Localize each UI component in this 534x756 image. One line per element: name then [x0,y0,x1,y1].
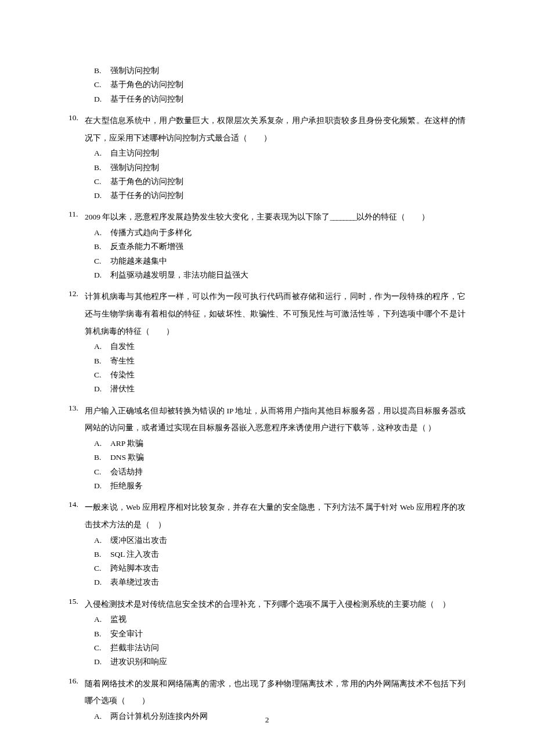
option-label: B. [94,354,110,368]
option-item: B.反查杀能力不断增强 [94,240,466,254]
option-label: A. [94,437,110,451]
option-item: C.基于角色的访问控制 [94,175,466,189]
option-text: 拒绝服务 [110,481,143,490]
option-label: C. [94,175,110,189]
option-list: A.自发性 B.寄生性 C.传染性 D.潜伏性 [68,340,466,396]
option-label: C. [94,561,110,575]
question-number: 10. [68,112,85,124]
question-12: 12. 计算机病毒与其他程序一样，可以作为一段可执行代码而被存储和运行，同时，作… [68,288,466,396]
option-text: 基于角色的访问控制 [110,80,183,89]
option-text: 基于任务的访问控制 [110,95,183,103]
option-list: A.传播方式趋向于多样化 B.反查杀能力不断增强 C.功能越来越集中 D.利益驱… [68,226,466,282]
question-stem: 在大型信息系统中，用户数量巨大，权限层次关系复杂，用户承担职责较多且身份变化频繁… [85,112,466,146]
option-item: D.进攻识别和响应 [94,655,466,669]
question-stem: 一般来说，Web 应用程序相对比较复杂，并存在大量的安全隐患，下列方法不属于针对… [85,499,466,533]
question-15: 15. 入侵检测技术是对传统信息安全技术的合理补充，下列哪个选项不属于入侵检测系… [68,596,466,669]
question-13: 13. 用户输入正确域名但却被转换为错误的 IP 地址，从而将用户指向其他目标服… [68,402,466,494]
stem-after: 以外的特征（ ） [356,213,430,221]
option-label: B. [94,451,110,465]
question-number: 13. [68,402,85,414]
option-item: A.自发性 [94,340,466,354]
option-label: D. [94,189,110,203]
option-text: 寄生性 [110,357,135,365]
option-label: D. [94,479,110,493]
option-text: 强制访问控制 [110,66,159,75]
option-item: B.SQL 注入攻击 [94,548,466,561]
question-stem: 计算机病毒与其他程序一样，可以作为一段可执行代码而被存储和运行，同时，作为一段特… [85,288,466,340]
option-text: 进攻识别和响应 [110,657,167,666]
option-label: A. [94,146,110,160]
option-text: 跨站脚本攻击 [110,564,159,573]
previous-question-options: B.强制访问控制 C.基于角色的访问控制 D.基于任务的访问控制 [68,64,466,106]
question-14: 14. 一般来说，Web 应用程序相对比较复杂，并存在大量的安全隐患，下列方法不… [68,499,466,590]
option-text: 自主访问控制 [110,149,159,157]
question-stem: 2009 年以来，恶意程序发展趋势发生较大变化，主要表现为以下除了_______… [85,208,466,226]
question-stem: 用户输入正确域名但却被转换为错误的 IP 地址，从而将用户指向其他目标服务器，用… [85,402,466,437]
option-label: A. [94,226,110,240]
question-stem: 随着网络技术的发展和网络隔离的需求，也出现了多种物理隔离技术，常用的内外网隔离技… [85,675,466,710]
option-text: DNS 欺骗 [110,453,144,462]
option-item: C.基于角色的访问控制 [94,78,466,92]
option-label: D. [94,655,110,669]
option-text: 会话劫持 [110,467,143,476]
option-label: A. [94,534,110,548]
option-item: A.缓冲区溢出攻击 [94,534,466,548]
option-label: C. [94,641,110,655]
option-text: 功能越来越集中 [110,257,167,265]
question-list: 10. 在大型信息系统中，用户数量巨大，权限层次关系复杂，用户承担职责较多且身份… [68,112,466,723]
page-number: 2 [0,714,534,726]
option-label: B. [94,64,110,78]
option-label: B. [94,548,110,561]
option-text: 反查杀能力不断增强 [110,242,183,251]
option-label: D. [94,575,110,589]
option-item: A.自主访问控制 [94,146,466,160]
option-item: D.基于任务的访问控制 [94,92,466,106]
option-text: 安全审计 [110,629,143,638]
option-list: A.ARP 欺骗 B.DNS 欺骗 C.会话劫持 D.拒绝服务 [68,437,466,493]
question-stem: 入侵检测技术是对传统信息安全技术的合理补充，下列哪个选项不属于入侵检测系统的主要… [85,596,466,613]
option-item: B.强制访问控制 [94,64,466,78]
option-item: C.拦截非法访问 [94,641,466,655]
option-item: C.功能越来越集中 [94,254,466,268]
option-item: C.跨站脚本攻击 [94,561,466,575]
option-label: C. [94,78,110,92]
question-number: 14. [68,499,85,510]
option-label: A. [94,340,110,354]
option-item: D.潜伏性 [94,382,466,396]
option-label: C. [94,254,110,268]
option-text: ARP 欺骗 [110,439,143,448]
option-item: B.安全审计 [94,627,466,641]
option-item: A.监视 [94,613,466,627]
option-item: B.DNS 欺骗 [94,451,466,465]
option-item: B.寄生性 [94,354,466,368]
option-text: 潜伏性 [110,384,135,393]
option-item: D.基于任务的访问控制 [94,189,466,203]
option-text: 强制访问控制 [110,163,159,172]
option-text: 缓冲区溢出攻击 [110,536,167,545]
option-text: 基于角色的访问控制 [110,177,183,186]
option-text: 拦截非法访问 [110,643,159,652]
stem-before: 2009 年以来，恶意程序发展趋势发生较大变化，主要表现为以下除了 [85,213,330,221]
option-label: B. [94,161,110,175]
option-item: C.会话劫持 [94,465,466,479]
option-label: C. [94,465,110,479]
option-item: D.利益驱动越发明显，非法功能日益强大 [94,268,466,282]
option-text: 基于任务的访问控制 [110,191,183,200]
question-number: 12. [68,288,85,300]
option-list: A.监视 B.安全审计 C.拦截非法访问 D.进攻识别和响应 [68,613,466,669]
question-11: 11. 2009 年以来，恶意程序发展趋势发生较大变化，主要表现为以下除了___… [68,208,466,282]
option-label: B. [94,627,110,641]
option-item: A.ARP 欺骗 [94,437,466,451]
option-item: C.传染性 [94,368,466,382]
option-label: C. [94,368,110,382]
option-list: A.缓冲区溢出攻击 B.SQL 注入攻击 C.跨站脚本攻击 D.表单绕过攻击 [68,534,466,590]
option-text: 表单绕过攻击 [110,578,159,586]
option-label: D. [94,382,110,396]
fill-blank: ________ [330,208,356,226]
option-text: 自发性 [110,342,135,351]
option-item: D.拒绝服务 [94,479,466,493]
option-item: D.表单绕过攻击 [94,575,466,589]
option-label: B. [94,240,110,254]
option-text: 传播方式趋向于多样化 [110,228,192,237]
option-text: 监视 [110,615,127,624]
